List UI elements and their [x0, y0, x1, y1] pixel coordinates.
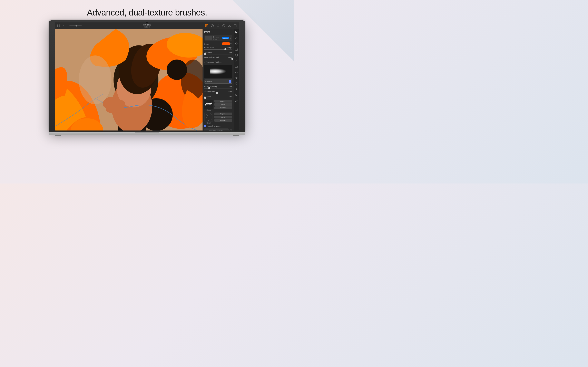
svg-point-44	[211, 115, 211, 116]
general-dropdown[interactable]: General ▾	[204, 80, 232, 83]
brush-size-thumb[interactable]	[224, 48, 226, 50]
tool-smudge[interactable]	[234, 70, 238, 74]
macbook-foot-left	[55, 135, 61, 136]
general-label: General	[205, 81, 212, 83]
opacity-slider[interactable]	[204, 59, 232, 59]
tool-pointer[interactable]	[234, 30, 238, 34]
svg-point-50	[210, 117, 210, 117]
main-content: Paint Chine... 35 px Update ▾	[55, 29, 239, 131]
opacity-row: Opacity (Normal) 100%	[204, 56, 232, 59]
sidebar-toggle-icon[interactable]	[57, 24, 61, 27]
zoom-slider[interactable]	[69, 25, 82, 26]
tool-sidebar: T	[234, 29, 239, 131]
svg-point-70	[236, 77, 237, 78]
tool-type[interactable]: T	[234, 87, 238, 91]
svg-point-54	[207, 119, 207, 120]
advanced-settings-header[interactable]: ▾ Advanced Settings	[204, 61, 232, 63]
smudge-thumb[interactable]	[204, 97, 206, 99]
svg-point-38	[206, 115, 206, 116]
brush-name: Chine...	[213, 36, 221, 38]
svg-point-30	[205, 114, 206, 114]
svg-point-35	[209, 115, 210, 115]
svg-point-32	[207, 114, 208, 114]
grain-buttons: Import... Invert Remove	[214, 113, 232, 122]
svg-point-49	[209, 118, 209, 118]
panel-icon[interactable]	[233, 24, 237, 27]
stroke-info-icon[interactable]: ⓘ	[229, 129, 232, 131]
slider-min: —	[66, 25, 68, 27]
grain-import-button[interactable]: Import...	[214, 113, 232, 115]
svg-point-71	[235, 94, 237, 96]
brush-size-value: 449 px	[226, 46, 232, 49]
brush-texture-preview	[204, 65, 232, 78]
tool-bucket[interactable]	[234, 82, 238, 86]
tool-eraser[interactable]	[234, 64, 238, 68]
brush-preview-thumb	[205, 36, 212, 40]
svg-point-45	[212, 116, 212, 117]
chevron-down-icon[interactable]: ▾	[62, 24, 65, 27]
shape-angle-thumb[interactable]	[216, 92, 218, 94]
shape-angle-fill	[204, 93, 217, 93]
color-row: Color ✏	[204, 42, 232, 45]
layers-icon[interactable]	[205, 24, 208, 27]
info-icon[interactable]: i	[211, 24, 214, 27]
svg-point-43	[210, 116, 210, 116]
titlebar-center: Monica Edited	[143, 24, 150, 28]
right-section: Paint Chine... 35 px Update ▾	[203, 29, 239, 131]
export-icon[interactable]	[228, 24, 231, 27]
brush-spacing-row: Brush Spacing 18%	[204, 85, 232, 89]
tool-selection[interactable]	[234, 47, 238, 51]
grain-remove-button[interactable]: Remove	[214, 119, 232, 122]
share-icon[interactable]	[216, 24, 220, 27]
svg-point-27	[167, 59, 187, 80]
svg-rect-68	[235, 66, 238, 67]
shape-label: Shape	[204, 109, 213, 111]
svg-point-62	[209, 120, 210, 120]
screen: ▾ — — Monica Edited	[55, 22, 239, 131]
brush-spacing-thumb[interactable]	[208, 87, 210, 89]
color-swatch[interactable]	[222, 42, 230, 45]
color-edit-icon[interactable]: ✏	[230, 43, 232, 45]
shape-buttons: Import... Invert Remove	[214, 100, 232, 109]
shape-angle-value: -28%	[228, 90, 232, 92]
update-button[interactable]: Update	[222, 37, 229, 39]
brush-spacing-value: 18%	[228, 85, 232, 87]
tool-paint[interactable]	[234, 36, 238, 40]
slider-max: —	[83, 25, 85, 27]
tool-color[interactable]	[234, 76, 238, 80]
stroke-with-brush-button[interactable]: Stroke with Brush...	[204, 128, 229, 131]
softness-thumb[interactable]	[204, 53, 206, 55]
brush-size-slider[interactable]	[204, 49, 232, 50]
svg-point-73	[235, 101, 236, 102]
brush-stroke-preview	[206, 38, 212, 38]
clock-icon[interactable]	[222, 24, 225, 27]
svg-point-58	[212, 119, 212, 120]
opacity-thumb[interactable]	[231, 58, 233, 60]
tool-mask[interactable]	[234, 53, 238, 57]
tool-pen[interactable]	[234, 59, 238, 63]
brush-selector[interactable]: Chine... 35 px Update ▾	[204, 35, 232, 41]
svg-point-55	[208, 118, 208, 119]
softness-row: Softness 0%	[204, 51, 232, 54]
softness-slider[interactable]	[204, 54, 232, 54]
svg-rect-8	[234, 25, 236, 27]
shape-angle-slider[interactable]	[204, 93, 232, 93]
tool-zoom[interactable]	[234, 93, 238, 97]
brush-dropdown-arrow[interactable]: ▾	[230, 37, 231, 39]
brush-spacing-slider[interactable]	[204, 88, 232, 89]
shape-remove-button[interactable]: Remove	[214, 106, 232, 109]
tool-blur[interactable]	[234, 42, 238, 46]
smooth-textures-row[interactable]: ✓ Smooth textures	[204, 125, 232, 127]
svg-rect-0	[57, 25, 58, 27]
grain-texture-thumb	[204, 113, 213, 122]
brush-size-label: Brush Size	[204, 46, 214, 49]
tool-eyedropper[interactable]	[234, 99, 238, 103]
canvas-area[interactable]	[55, 29, 203, 131]
smooth-textures-checkbox[interactable]: ✓	[204, 125, 206, 127]
svg-point-63	[211, 120, 211, 121]
shape-invert-button[interactable]: Invert	[214, 103, 232, 106]
shape-import-button[interactable]: Import...	[214, 100, 232, 103]
grain-invert-button[interactable]: Invert	[214, 116, 232, 118]
smudge-slider[interactable]	[204, 98, 232, 98]
brush-texture-stroke	[210, 68, 226, 75]
